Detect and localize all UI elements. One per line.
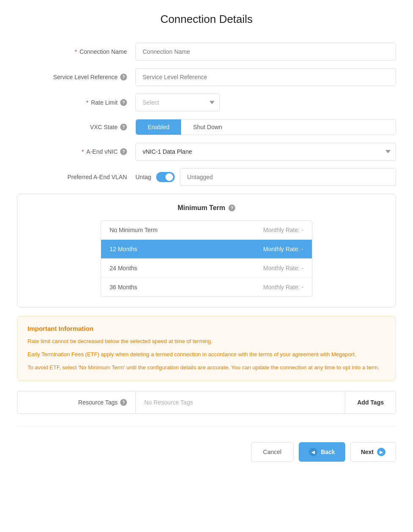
required-marker-rate: * <box>86 99 88 106</box>
service-level-help-icon[interactable]: ? <box>120 74 127 80</box>
vxc-shutdown-button[interactable]: Shut Down <box>181 119 234 135</box>
connection-name-row: * Connection Name <box>17 43 396 61</box>
vlan-inner-row: Untag <box>135 168 396 186</box>
required-marker-vnic: * <box>82 148 84 155</box>
term-row-12-months[interactable]: 12 Months Monthly Rate: - <box>101 240 312 259</box>
vxc-state-row: VXC State ? Enabled Shut Down <box>17 119 396 135</box>
next-button[interactable]: Next ▶ <box>350 442 396 462</box>
vlan-text-input[interactable] <box>180 168 396 186</box>
toggle-slider <box>156 172 175 182</box>
connection-name-control <box>135 43 396 61</box>
info-line-2: Early Termination Fees (ETF) apply when … <box>28 350 385 359</box>
minimum-term-title: Minimum Term ? <box>28 204 385 212</box>
next-arrow-icon: ▶ <box>377 448 385 456</box>
term-name-no-minimum: No Minimum Term <box>110 227 157 233</box>
rate-24-months: Monthly Rate: - <box>263 265 303 272</box>
resource-tags-label: Resource Tags ? <box>17 391 136 413</box>
important-info-title: Important Information <box>28 325 385 332</box>
service-level-input[interactable] <box>135 68 396 86</box>
vxc-state-toggle-group: Enabled Shut Down <box>135 119 396 135</box>
resource-tags-section: Resource Tags ? No Resource Tags Add Tag… <box>17 391 396 414</box>
untag-toggle[interactable] <box>156 172 175 182</box>
vxc-enabled-button[interactable]: Enabled <box>136 119 181 135</box>
rate-no-minimum: Monthly Rate: - <box>263 227 303 233</box>
back-circle-icon: ◀ <box>309 448 317 456</box>
back-button[interactable]: ◀ Back <box>299 442 345 462</box>
required-marker: * <box>74 48 77 55</box>
term-row-no-minimum[interactable]: No Minimum Term Monthly Rate: - <box>101 221 312 240</box>
term-name-24-months: 24 Months <box>110 265 137 272</box>
rate-limit-label: * Rate Limit ? <box>17 99 135 106</box>
cancel-button[interactable]: Cancel <box>251 442 294 462</box>
info-line-1: Rate limit cannot be decreased below the… <box>28 337 385 346</box>
service-level-control <box>135 68 396 86</box>
rate-12-months: Monthly Rate: - <box>263 246 303 252</box>
connection-name-label: * Connection Name <box>17 48 135 55</box>
vlan-row: Preferred A-End VLAN Untag <box>17 168 396 186</box>
service-level-label: Service Level Reference ? <box>17 74 135 80</box>
form-section: * Connection Name Service Level Referenc… <box>17 43 396 186</box>
vxc-state-label: VXC State ? <box>17 124 135 130</box>
term-row-24-months[interactable]: 24 Months Monthly Rate: - <box>101 259 312 278</box>
add-tags-button[interactable]: Add Tags <box>345 391 396 413</box>
term-row-36-months[interactable]: 36 Months Monthly Rate: - <box>101 278 312 296</box>
resource-tags-help-icon[interactable]: ? <box>120 399 127 406</box>
a-end-vnic-select[interactable]: vNIC-1 Data Plane <box>135 143 396 161</box>
page-title: Connection Details <box>17 13 396 26</box>
important-info-box: Important Information Rate limit cannot … <box>17 316 396 381</box>
rate-limit-row: * Rate Limit ? Select <box>17 94 396 111</box>
rate-36-months: Monthly Rate: - <box>263 284 303 291</box>
footer-buttons: Cancel ◀ Back Next ▶ <box>17 435 396 470</box>
a-end-vnic-control: vNIC-1 Data Plane <box>135 143 396 161</box>
term-name-36-months: 36 Months <box>110 284 137 291</box>
rate-limit-control: Select <box>135 94 396 111</box>
footer-divider <box>17 427 396 427</box>
vxc-state-help-icon[interactable]: ? <box>120 124 127 130</box>
untag-label: Untag <box>135 174 151 180</box>
term-table: No Minimum Term Monthly Rate: - 12 Month… <box>101 220 312 297</box>
info-line-3: To avoid ETF, select 'No Minimum Term' u… <box>28 363 385 372</box>
a-end-vnic-row: * A-End vNIC ? vNIC-1 Data Plane <box>17 143 396 161</box>
vlan-label: Preferred A-End VLAN <box>17 174 135 180</box>
a-end-vnic-help-icon[interactable]: ? <box>120 148 127 155</box>
resource-tags-placeholder: No Resource Tags <box>136 391 345 413</box>
minimum-term-section: Minimum Term ? No Minimum Term Monthly R… <box>17 194 396 308</box>
service-level-row: Service Level Reference ? <box>17 68 396 86</box>
connection-name-input[interactable] <box>135 43 396 61</box>
rate-limit-select[interactable]: Select <box>135 94 220 111</box>
vxc-state-control: Enabled Shut Down <box>135 119 396 135</box>
vlan-control: Untag <box>135 168 396 186</box>
rate-limit-help-icon[interactable]: ? <box>120 99 127 106</box>
min-term-help-icon[interactable]: ? <box>229 205 235 211</box>
a-end-vnic-label: * A-End vNIC ? <box>17 148 135 155</box>
term-name-12-months: 12 Months <box>110 246 137 252</box>
